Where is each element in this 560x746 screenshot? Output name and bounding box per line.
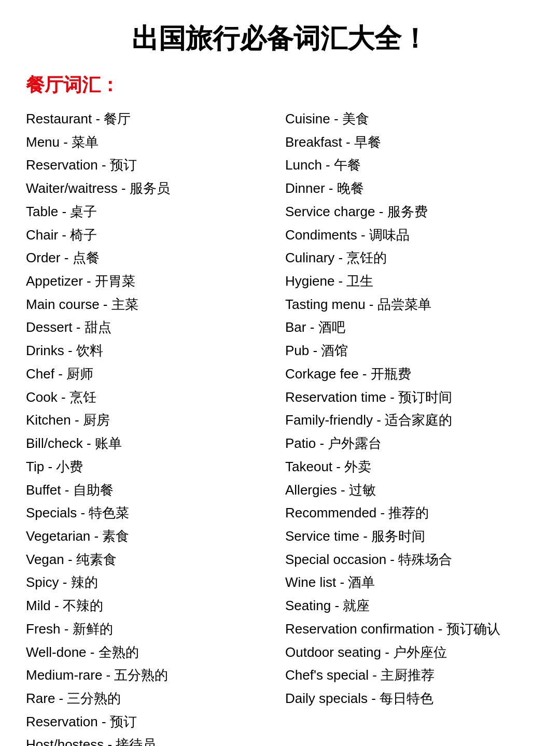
vocab-item: Family-friendly - 适合家庭的 (285, 409, 534, 432)
vocab-item: Service charge - 服务费 (285, 200, 534, 223)
vocab-item: Appetizer - 开胃菜 (26, 270, 275, 293)
vocab-item: Specials - 特色菜 (26, 501, 275, 525)
vocab-item: Waiter/waitress - 服务员 (26, 177, 275, 200)
vocab-item: Breakfast - 早餐 (285, 131, 534, 154)
vocab-item: Cuisine - 美食 (285, 107, 534, 131)
vocab-item: Patio - 户外露台 (285, 432, 534, 455)
vocab-item: Bar - 酒吧 (285, 316, 534, 339)
vocab-item: Bill/check - 账单 (26, 432, 275, 455)
vocab-item: Cook - 烹饪 (26, 386, 275, 409)
vocab-item: Takeout - 外卖 (285, 455, 534, 478)
vocab-item: Corkage fee - 开瓶费 (285, 362, 534, 386)
vocab-item: Dinner - 晚餐 (285, 177, 534, 200)
section-header: 餐厅词汇： (26, 73, 534, 98)
vocab-item: Tip - 小费 (26, 455, 275, 478)
vocab-item: Chef - 厨师 (26, 362, 275, 386)
vocab-item: Chef's special - 主厨推荐 (285, 664, 534, 687)
vocab-columns: Restaurant - 餐厅Menu - 菜单Reservation - 预订… (26, 107, 534, 746)
vocab-item: Recommended - 推荐的 (285, 501, 534, 525)
vocab-item: Reservation confirmation - 预订确认 (285, 617, 534, 641)
vocab-item: Well-done - 全熟的 (26, 641, 275, 664)
vocab-item: Tasting menu - 品尝菜单 (285, 293, 534, 316)
vocab-item: Reservation time - 预订时间 (285, 386, 534, 409)
vocab-item: Pub - 酒馆 (285, 339, 534, 362)
right-column: Cuisine - 美食Breakfast - 早餐Lunch - 午餐Dinn… (285, 107, 534, 710)
vocab-item: Kitchen - 厨房 (26, 409, 275, 432)
vocab-item: Restaurant - 餐厅 (26, 107, 275, 131)
vocab-item: Hygiene - 卫生 (285, 270, 534, 293)
vocab-item: Host/hostess - 接待员 (26, 733, 275, 746)
vocab-item: Menu - 菜单 (26, 131, 275, 154)
vocab-item: Service time - 服务时间 (285, 525, 534, 548)
vocab-item: Rare - 三分熟的 (26, 687, 275, 710)
vocab-item: Seating - 就座 (285, 594, 534, 617)
vocab-item: Mild - 不辣的 (26, 594, 275, 617)
vocab-item: Outdoor seating - 户外座位 (285, 641, 534, 664)
vocab-item: Culinary - 烹饪的 (285, 246, 534, 270)
vocab-item: Daily specials - 每日特色 (285, 687, 534, 710)
vocab-item: Condiments - 调味品 (285, 223, 534, 247)
vocab-item: Wine list - 酒单 (285, 571, 534, 594)
vocab-item: Vegan - 纯素食 (26, 548, 275, 571)
vocab-item: Medium-rare - 五分熟的 (26, 664, 275, 687)
vocab-item: Allergies - 过敏 (285, 478, 534, 502)
left-column: Restaurant - 餐厅Menu - 菜单Reservation - 预订… (26, 107, 285, 746)
vocab-item: Buffet - 自助餐 (26, 478, 275, 502)
vocab-item: Reservation - 预订 (26, 710, 275, 734)
vocab-item: Main course - 主菜 (26, 293, 275, 316)
vocab-item: Table - 桌子 (26, 200, 275, 223)
page-title: 出国旅行必备词汇大全！ (26, 21, 534, 57)
vocab-item: Fresh - 新鲜的 (26, 617, 275, 641)
vocab-item: Lunch - 午餐 (285, 153, 534, 177)
vocab-item: Drinks - 饮料 (26, 339, 275, 362)
vocab-item: Chair - 椅子 (26, 223, 275, 247)
vocab-item: Special occasion - 特殊场合 (285, 548, 534, 571)
vocab-item: Spicy - 辣的 (26, 571, 275, 594)
vocab-item: Vegetarian - 素食 (26, 525, 275, 548)
vocab-item: Order - 点餐 (26, 246, 275, 270)
vocab-item: Dessert - 甜点 (26, 316, 275, 339)
vocab-item: Reservation - 预订 (26, 153, 275, 177)
